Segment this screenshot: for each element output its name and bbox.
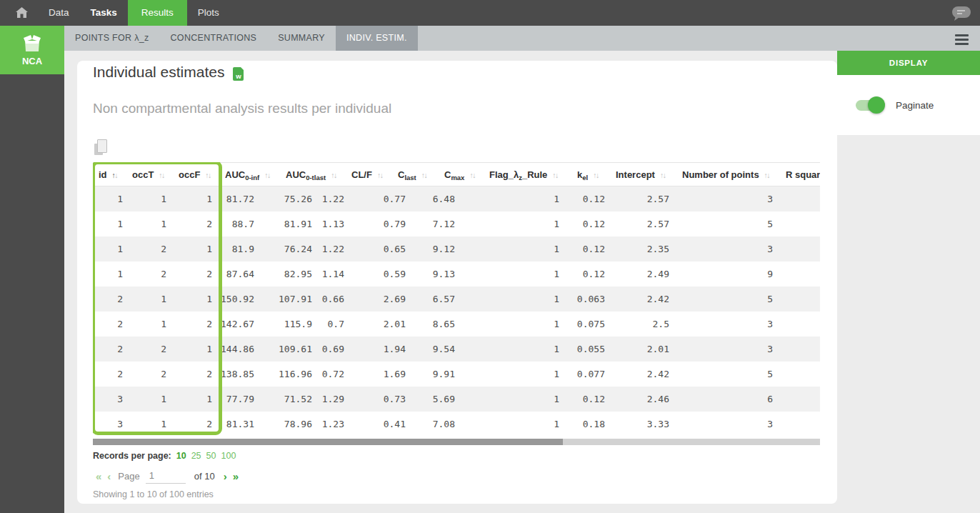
table-cell: 3 bbox=[93, 236, 773, 262]
results-tabbar: POINTS FOR λ_zCONCENTRATIONSSUMMARYINDIV… bbox=[64, 26, 980, 51]
results-card: Individual estimates w Non compartmental… bbox=[77, 61, 837, 504]
display-panel-header: DISPLAY bbox=[837, 51, 980, 75]
hamburger-icon bbox=[955, 34, 969, 36]
sort-arrows-icon: ↑↓ bbox=[377, 171, 383, 179]
column-header[interactable]: occF↑↓ bbox=[179, 163, 211, 187]
page-count-label: of 10 bbox=[194, 471, 215, 482]
nav-item-tasks[interactable]: Tasks bbox=[80, 0, 128, 26]
sort-arrows-icon: ↑↓ bbox=[764, 171, 770, 179]
table-cell: 9 bbox=[93, 262, 773, 287]
table-cell: 6 bbox=[93, 387, 773, 412]
table-cell: 5 bbox=[93, 211, 773, 236]
column-header[interactable]: R squared bbox=[786, 163, 820, 186]
sort-arrows-icon: ↑↓ bbox=[421, 171, 427, 179]
page-number-input[interactable] bbox=[146, 468, 186, 484]
records-option-10[interactable]: 10 bbox=[176, 451, 186, 461]
home-icon bbox=[16, 7, 28, 19]
scrollbar-thumb[interactable] bbox=[93, 439, 563, 445]
display-panel: DISPLAY Paginate bbox=[837, 51, 980, 513]
chat-button[interactable] bbox=[950, 5, 971, 24]
column-header[interactable]: Flag_λz_Rule↑↓ bbox=[489, 163, 558, 189]
table-row: 12181.976.241.220.659.1210.122.353 bbox=[93, 236, 820, 262]
column-header[interactable]: Intercept↑↓ bbox=[616, 163, 665, 187]
table-row: 12287.6482.951.140.599.1310.122.499 bbox=[93, 262, 820, 287]
table-row: 211150.92107.910.662.696.5710.0632.425 bbox=[93, 287, 820, 312]
table-header-row: id↑↓occT↑↓occF↑↓AUC0-inf↑↓AUC0-tlast↑↓CL… bbox=[93, 162, 820, 186]
left-sidebar: NCA bbox=[0, 26, 64, 513]
word-export-icon[interactable]: w bbox=[233, 67, 244, 81]
tab-concentrations[interactable]: CONCENTRATIONS bbox=[160, 26, 268, 51]
page-title: Individual estimates bbox=[93, 63, 224, 81]
table-cell: 3 bbox=[93, 312, 773, 337]
column-header[interactable]: kel↑↓ bbox=[577, 163, 599, 189]
sort-arrows-icon: ↑↓ bbox=[660, 171, 666, 179]
page-subtitle: Non compartmental analysis results per i… bbox=[93, 101, 391, 116]
nav-item-plots[interactable]: Plots bbox=[187, 0, 230, 26]
top-menu-bar: DataTasksResultsPlots bbox=[0, 0, 980, 26]
table-row: 212142.67115.90.72.018.6510.0752.53 bbox=[93, 312, 820, 337]
table-row: 222138.85116.960.721.699.9110.0772.425 bbox=[93, 362, 820, 387]
table-cell: 5 bbox=[93, 287, 773, 312]
table-row: 11181.7275.261.220.776.4810.122.573 bbox=[93, 186, 820, 211]
nav-item-data[interactable]: Data bbox=[38, 0, 80, 26]
menu-button[interactable] bbox=[955, 34, 969, 45]
topbar-nav: DataTasksResultsPlots bbox=[38, 0, 230, 26]
pagination-controls: « ‹ Page of 10 › » bbox=[93, 467, 241, 485]
sort-arrows-icon: ↑↓ bbox=[112, 171, 118, 179]
records-per-page-label: Records per page: bbox=[93, 451, 171, 461]
sort-arrows-icon: ↑↓ bbox=[205, 171, 211, 179]
entries-summary: Showing 1 to 10 of 100 entries bbox=[93, 489, 214, 499]
records-option-25[interactable]: 25 bbox=[191, 451, 201, 461]
nav-item-results[interactable]: Results bbox=[128, 0, 187, 26]
column-header[interactable]: occT↑↓ bbox=[132, 163, 164, 187]
column-header[interactable]: CL/F↑↓ bbox=[351, 163, 382, 187]
table-cell: 3 bbox=[93, 412, 773, 437]
horizontal-scrollbar[interactable] bbox=[93, 439, 820, 445]
table-cell: 3 bbox=[93, 186, 773, 211]
table-row: 31177.7971.521.290.735.6910.122.466 bbox=[93, 387, 820, 412]
first-page-button[interactable]: « bbox=[93, 470, 104, 482]
project-name: NCA bbox=[22, 56, 42, 66]
main-area: Individual estimates w Non compartmental… bbox=[64, 51, 980, 513]
tab-points-for-z[interactable]: POINTS FOR λ_z bbox=[64, 26, 160, 51]
column-header[interactable]: Cmax↑↓ bbox=[444, 163, 475, 189]
project-box-icon bbox=[19, 34, 45, 53]
sidebar-item-nca-project[interactable]: NCA bbox=[0, 26, 64, 74]
table-body: 11181.7275.261.220.776.4810.122.57311288… bbox=[93, 186, 820, 437]
table-row: 221144.86109.610.691.949.5410.0552.013 bbox=[93, 337, 820, 362]
paginate-label: Paginate bbox=[896, 100, 934, 111]
tab-summary[interactable]: SUMMARY bbox=[267, 26, 336, 51]
records-option-100[interactable]: 100 bbox=[221, 451, 236, 461]
paginate-toggle[interactable] bbox=[856, 100, 883, 111]
page-label: Page bbox=[118, 471, 139, 482]
tab-indiv-estim[interactable]: INDIV. ESTIM. bbox=[336, 26, 418, 51]
column-header[interactable]: Number of points↑↓ bbox=[682, 163, 769, 187]
next-page-button[interactable]: › bbox=[221, 470, 230, 482]
chat-bubble-icon bbox=[950, 5, 971, 21]
records-option-50[interactable]: 50 bbox=[206, 451, 216, 461]
column-header[interactable]: Clast↑↓ bbox=[398, 163, 426, 189]
column-header[interactable]: AUC0-inf↑↓ bbox=[225, 163, 270, 189]
sort-arrows-icon: ↑↓ bbox=[469, 171, 475, 179]
individual-estimates-table: id↑↓occT↑↓occF↑↓AUC0-inf↑↓AUC0-tlast↑↓CL… bbox=[93, 162, 820, 437]
sort-arrows-icon: ↑↓ bbox=[593, 171, 599, 179]
home-button[interactable] bbox=[16, 7, 28, 19]
results-tabs: POINTS FOR λ_zCONCENTRATIONSSUMMARYINDIV… bbox=[64, 26, 418, 51]
prev-page-button[interactable]: ‹ bbox=[104, 470, 114, 482]
toggle-knob-icon bbox=[868, 96, 885, 114]
last-page-button[interactable]: » bbox=[230, 470, 241, 482]
copy-table-button[interactable] bbox=[94, 139, 107, 155]
records-per-page: Records per page:102550100 bbox=[93, 451, 236, 461]
column-header[interactable]: id↑↓ bbox=[99, 163, 117, 187]
table-row: 11288.781.911.130.797.1210.122.575 bbox=[93, 211, 820, 236]
table-row: 31281.3178.961.230.417.0810.183.333 bbox=[93, 412, 820, 437]
sort-arrows-icon: ↑↓ bbox=[552, 171, 558, 179]
column-header[interactable]: AUC0-tlast↑↓ bbox=[286, 163, 336, 189]
sort-arrows-icon: ↑↓ bbox=[159, 171, 164, 179]
sort-arrows-icon: ↑↓ bbox=[331, 171, 336, 179]
table-cell: 5 bbox=[93, 362, 773, 387]
table-cell: 3 bbox=[93, 337, 773, 362]
sort-arrows-icon: ↑↓ bbox=[264, 171, 270, 179]
